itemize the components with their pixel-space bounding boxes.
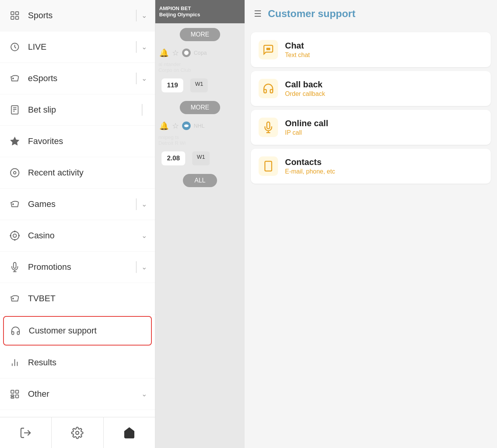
- sidebar-item-recent[interactable]: Recent activity: [0, 157, 155, 189]
- svg-rect-5: [11, 106, 18, 114]
- sidebar-item-info[interactable]: Info: [0, 410, 155, 417]
- betslip-icon: [8, 103, 22, 117]
- sport-ball-icon: [182, 49, 191, 57]
- svg-point-33: [184, 50, 189, 55]
- nhl-ball-icon: [182, 122, 191, 130]
- sidebar-item-casino[interactable]: Casino ⌄: [0, 220, 155, 252]
- nhl-label: NHL: [194, 123, 205, 129]
- other-label: Other: [28, 389, 141, 399]
- recent-icon: [8, 166, 22, 180]
- svg-marker-9: [10, 137, 19, 145]
- casino-label: Casino: [28, 231, 141, 241]
- customer-support-label: Customer support: [29, 326, 146, 336]
- sports-label: Sports: [28, 10, 136, 21]
- results-label: Results: [28, 358, 147, 368]
- svg-point-10: [10, 168, 19, 177]
- live-icon: [8, 40, 22, 54]
- chat-title: Chat: [285, 41, 310, 51]
- support-card-callback[interactable]: Call back Order callback: [251, 71, 491, 106]
- hamburger-icon[interactable]: ☰: [254, 9, 262, 19]
- star-icon-2: ☆: [172, 121, 179, 130]
- svg-point-14: [14, 231, 15, 232]
- customer-support-icon: [9, 324, 23, 338]
- other-chevron: ⌄: [141, 390, 147, 398]
- svg-point-17: [19, 235, 19, 236]
- home-button[interactable]: [104, 417, 155, 448]
- chat-subtitle: Text chat: [285, 52, 310, 59]
- live-label: LIVE: [28, 42, 136, 52]
- logout-button[interactable]: [0, 417, 52, 448]
- bell-icon: 🔔: [159, 48, 169, 57]
- results-icon: [8, 356, 22, 370]
- sidebar-item-esports[interactable]: eSports ⌄: [0, 63, 155, 94]
- sidebar-item-promotions[interactable]: Promotions ⌄: [0, 252, 155, 283]
- svg-rect-2: [11, 16, 14, 19]
- score-2-08[interactable]: 2.08: [162, 151, 185, 165]
- svg-point-16: [10, 235, 11, 236]
- sidebar-item-other[interactable]: Other ⌄: [0, 379, 155, 410]
- callback-text: Call back Order callback: [285, 80, 325, 97]
- all-button[interactable]: ALL: [183, 174, 217, 187]
- sidebar-item-favorites[interactable]: Favorites: [0, 126, 155, 157]
- tvbet-icon: [8, 292, 22, 306]
- games-icon: [8, 197, 22, 211]
- sports-icon: [8, 9, 22, 23]
- bell-icon-2: 🔔: [159, 121, 169, 130]
- separator: [136, 10, 137, 21]
- tvbet-label: TVBET: [28, 293, 147, 304]
- header-text2: Beijing Olympics: [159, 12, 200, 17]
- header-text1: AMPION BET: [159, 5, 191, 11]
- more-button-1[interactable]: MORE: [180, 28, 220, 41]
- separator: [136, 198, 137, 210]
- settings-button[interactable]: [52, 417, 103, 448]
- score-119[interactable]: 119: [162, 78, 183, 92]
- bottom-navigation: [0, 417, 155, 448]
- separator: [136, 73, 137, 84]
- right-header: ☰ Customer support: [245, 0, 497, 28]
- sidebar-item-results[interactable]: Results: [0, 347, 155, 379]
- separator: [136, 261, 137, 273]
- svg-point-15: [14, 240, 15, 240]
- score-w1-2[interactable]: W1: [192, 151, 210, 165]
- sidebar-item-live[interactable]: LIVE ⌄: [0, 31, 155, 63]
- games-chevron: ⌄: [141, 200, 147, 208]
- svg-rect-24: [16, 390, 19, 393]
- corp-text1: al ntander: [158, 61, 242, 67]
- games-label: Games: [28, 199, 136, 209]
- betslip-label: Bet slip: [28, 105, 142, 115]
- favorites-label: Favorites: [28, 136, 147, 146]
- more-button-2[interactable]: MORE: [180, 101, 220, 114]
- online-call-text: Online call IP call: [285, 118, 328, 136]
- separator: [142, 104, 142, 116]
- casino-chevron: ⌄: [141, 231, 147, 240]
- support-card-chat[interactable]: Chat Text chat: [251, 32, 491, 67]
- svg-rect-26: [11, 397, 14, 398]
- promotions-icon: [8, 260, 22, 274]
- esports-label: eSports: [28, 73, 136, 83]
- contacts-icon: [259, 156, 278, 176]
- svg-rect-25: [11, 395, 14, 396]
- separator: [136, 41, 137, 53]
- svg-rect-0: [11, 12, 14, 15]
- sidebar: Sports ⌄ LIVE ⌄ eSports ⌄: [0, 0, 155, 448]
- page-title: Customer support: [268, 8, 355, 20]
- sidebar-item-betslip[interactable]: Bet slip: [0, 94, 155, 126]
- svg-point-32: [76, 431, 79, 434]
- callback-title: Call back: [285, 80, 325, 90]
- sidebar-item-customer-support[interactable]: Customer support: [3, 316, 152, 346]
- svg-point-34: [184, 125, 189, 127]
- team1-label: nnipeg ts: [158, 134, 242, 140]
- star-icon: ☆: [172, 48, 179, 57]
- sidebar-item-tvbet[interactable]: TVBET: [0, 283, 155, 314]
- svg-point-11: [14, 172, 16, 174]
- svg-rect-35: [266, 48, 270, 50]
- support-card-online-call[interactable]: Online call IP call: [251, 110, 491, 145]
- sidebar-item-games[interactable]: Games ⌄: [0, 189, 155, 220]
- chat-icon: [259, 40, 278, 59]
- team2-label: Detroit R Wi: [158, 140, 242, 146]
- svg-rect-3: [16, 16, 19, 19]
- support-card-contacts[interactable]: Contacts E-mail, phone, etc: [251, 149, 491, 184]
- sidebar-item-sports[interactable]: Sports ⌄: [0, 0, 155, 31]
- score-w1[interactable]: W1: [190, 78, 208, 92]
- contacts-title: Contacts: [285, 157, 335, 167]
